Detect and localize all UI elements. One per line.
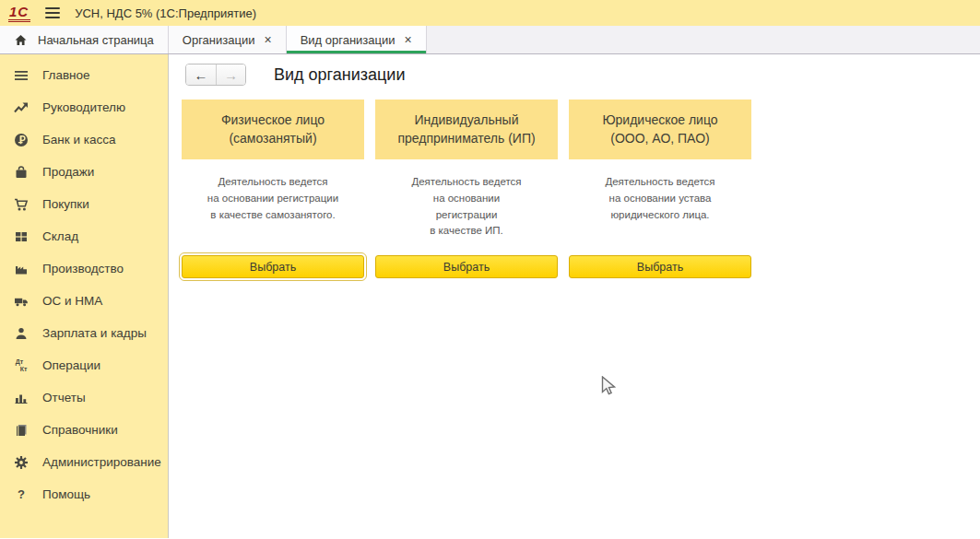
sidebar-item-purchases[interactable]: Покупки [0,188,168,220]
sidebar-item-label: Руководителю [42,100,125,114]
sidebar-item-label: Операции [42,358,100,372]
debit-credit-icon: ДтКт [12,358,30,372]
shopping-cart-icon [12,197,30,212]
sidebar-item-label: Администрирование [42,455,161,469]
sidebar-item-main[interactable]: Главное [0,59,168,91]
1c-logo: 1С [8,5,30,22]
sidebar-item-bank-cash[interactable]: Банк и касса [0,123,168,156]
top-app-bar: 1С УСН, НДС 5% (1С:Предприятие) [0,0,980,26]
sidebar-item-label: Справочники [42,423,118,437]
home-icon [14,33,28,47]
bar-chart-icon [12,391,30,405]
sidebar-item-label: Отчеты [42,391,86,404]
tab-label: Вид организации [301,33,396,47]
tab-label: Организации [183,33,255,47]
sidebar-item-help[interactable]: ? Помощь [0,478,168,510]
sidebar-item-sales[interactable]: Продажи [0,156,168,188]
tab-home-page[interactable]: Начальная страница [0,26,169,53]
choose-button-legal-entity[interactable]: Выбрать [569,255,751,278]
sidebar-item-label: Помощь [42,487,90,501]
tab-organizations[interactable]: Организации × [169,26,287,53]
back-button[interactable]: ← [186,64,216,85]
close-tab-icon[interactable]: × [264,33,271,46]
sidebar-item-directories[interactable]: Справочники [0,414,168,446]
sidebar-item-label: Зарплата и кадры [42,326,147,340]
tab-label: Начальная страница [38,33,154,47]
trend-up-icon [12,100,30,115]
card-title-individual-selfemployed: Физическое лицо (самозанятый) [182,100,364,159]
card-description: Деятельность ведется на основании устава… [569,159,751,255]
sidebar-item-label: Продажи [42,165,94,179]
card-description: Деятельность ведется на основании регист… [182,159,364,255]
sidebar-item-administration[interactable]: Администрирование [0,446,168,478]
sidebar-item-label: Банк и касса [42,133,116,146]
card-title-legal-entity: Юридическое лицо (ООО, АО, ПАО) [569,100,751,159]
sidebar-item-reports[interactable]: Отчеты [0,381,168,414]
sidebar-item-fixed-assets[interactable]: ОС и НМА [0,285,168,317]
history-nav-group: ← → [185,64,246,86]
question-mark-icon: ? [12,488,30,500]
warehouse-boxes-icon [12,229,30,244]
shopping-bag-icon [12,165,30,180]
choose-button-entrepreneur[interactable]: Выбрать [375,255,558,278]
app-window-title: УСН, НДС 5% (1С:Предприятие) [75,6,256,20]
tab-organization-kind[interactable]: Вид организации × [287,26,427,53]
books-icon [12,423,30,438]
page-title: Вид организации [274,65,405,85]
sidebar-item-warehouse[interactable]: Склад [0,220,168,252]
sidebar-item-label: Склад [42,229,78,243]
factory-icon [12,262,30,276]
sidebar-item-label: Производство [42,262,124,275]
card-description: Деятельность ведется на основании регист… [375,159,558,255]
sidebar-item-manager[interactable]: Руководителю [0,91,168,123]
gear-icon [12,455,30,470]
main-content: ← → Вид организации Физическое лицо (сам… [169,54,980,538]
choose-button-selfemployed[interactable]: Выбрать [182,255,364,278]
main-menu-icon[interactable] [45,5,60,21]
close-tab-icon[interactable]: × [405,33,412,46]
sidebar-item-operations[interactable]: ДтКт Операции [0,349,168,381]
menu-lines-icon [12,68,30,83]
section-sidebar: Главное Руководителю Банк и касса Продаж… [0,54,169,538]
person-icon [12,326,30,341]
forward-button[interactable]: → [216,64,245,85]
truck-icon [12,294,30,309]
sidebar-item-production[interactable]: Производство [0,252,168,285]
sidebar-item-payroll-hr[interactable]: Зарплата и кадры [0,317,168,349]
sidebar-item-label: Покупки [42,197,89,211]
sidebar-item-label: ОС и НМА [42,294,102,308]
sidebar-item-label: Главное [42,68,90,82]
ruble-circle-icon [12,133,30,147]
organization-kind-cards: Физическое лицо (самозанятый) Индивидуал… [182,100,980,280]
tab-bar: Начальная страница Организации × Вид орг… [0,26,980,54]
card-title-entrepreneur: Индивидуальный предприниматель (ИП) [375,100,558,159]
